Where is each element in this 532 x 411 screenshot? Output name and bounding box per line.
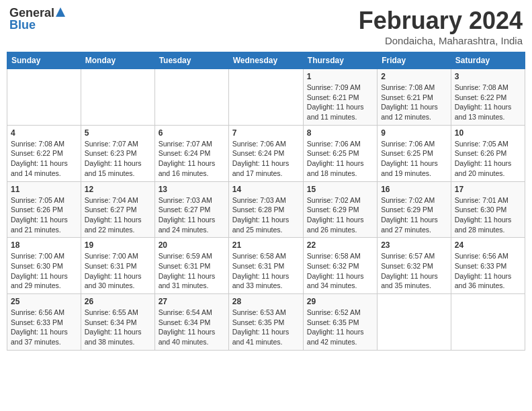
day-cell: 11Sunrise: 7:05 AM Sunset: 6:26 PM Dayli… (7, 181, 81, 238)
day-number: 23 (381, 240, 447, 250)
calendar-title: February 2024 (359, 7, 523, 35)
day-cell: 22Sunrise: 6:58 AM Sunset: 6:32 PM Dayli… (303, 238, 377, 294)
title-block: February 2024 Dondaicha, Maharashtra, In… (359, 7, 523, 46)
page-header: General Blue February 2024 Dondaicha, Ma… (7, 7, 525, 46)
day-cell: 13Sunrise: 7:03 AM Sunset: 6:27 PM Dayli… (154, 181, 228, 238)
day-number: 24 (455, 240, 521, 250)
week-row-4: 18Sunrise: 7:00 AM Sunset: 6:30 PM Dayli… (7, 238, 525, 294)
day-cell (228, 69, 303, 126)
week-row-5: 25Sunrise: 6:56 AM Sunset: 6:33 PM Dayli… (7, 294, 525, 351)
day-info: Sunrise: 6:58 AM Sunset: 6:31 PM Dayligh… (232, 252, 290, 289)
day-number: 25 (11, 297, 77, 306)
day-info: Sunrise: 7:05 AM Sunset: 6:26 PM Dayligh… (455, 140, 512, 177)
day-cell: 17Sunrise: 7:01 AM Sunset: 6:30 PM Dayli… (451, 181, 525, 238)
day-number: 28 (232, 297, 300, 306)
day-cell: 16Sunrise: 7:02 AM Sunset: 6:29 PM Dayli… (378, 181, 451, 238)
day-info: Sunrise: 7:01 AM Sunset: 6:30 PM Dayligh… (455, 196, 512, 234)
col-header-tuesday: Tuesday (154, 52, 228, 69)
day-cell: 26Sunrise: 6:55 AM Sunset: 6:34 PM Dayli… (81, 294, 154, 351)
day-cell: 7Sunrise: 7:06 AM Sunset: 6:24 PM Daylig… (228, 125, 303, 181)
day-cell: 5Sunrise: 7:07 AM Sunset: 6:23 PM Daylig… (81, 125, 154, 181)
day-cell (451, 294, 525, 351)
day-number: 7 (232, 128, 300, 138)
col-header-saturday: Saturday (451, 52, 525, 69)
day-number: 17 (455, 185, 521, 194)
day-number: 27 (159, 297, 225, 306)
day-info: Sunrise: 7:06 AM Sunset: 6:25 PM Dayligh… (381, 140, 438, 177)
col-header-friday: Friday (378, 52, 451, 69)
day-number: 2 (381, 72, 447, 81)
day-cell: 20Sunrise: 6:59 AM Sunset: 6:31 PM Dayli… (154, 238, 228, 294)
day-cell (81, 69, 154, 126)
day-number: 16 (381, 185, 447, 194)
col-header-wednesday: Wednesday (228, 52, 303, 69)
day-cell: 28Sunrise: 6:53 AM Sunset: 6:35 PM Dayli… (228, 294, 303, 351)
logo-blue-text: Blue (9, 19, 65, 31)
calendar-header-row: SundayMondayTuesdayWednesdayThursdayFrid… (7, 52, 525, 69)
day-info: Sunrise: 7:06 AM Sunset: 6:25 PM Dayligh… (307, 140, 364, 177)
day-cell: 15Sunrise: 7:02 AM Sunset: 6:29 PM Dayli… (303, 181, 377, 238)
day-number: 12 (85, 185, 151, 194)
svg-marker-0 (56, 7, 65, 17)
day-info: Sunrise: 7:03 AM Sunset: 6:28 PM Dayligh… (232, 196, 290, 234)
day-info: Sunrise: 7:06 AM Sunset: 6:24 PM Dayligh… (232, 140, 290, 177)
day-cell: 23Sunrise: 6:57 AM Sunset: 6:32 PM Dayli… (378, 238, 451, 294)
day-info: Sunrise: 6:59 AM Sunset: 6:31 PM Dayligh… (159, 252, 216, 289)
day-number: 14 (232, 185, 300, 194)
logo: General Blue (9, 7, 65, 31)
day-info: Sunrise: 7:03 AM Sunset: 6:27 PM Dayligh… (159, 196, 216, 234)
day-info: Sunrise: 6:57 AM Sunset: 6:32 PM Dayligh… (381, 252, 438, 289)
day-cell: 3Sunrise: 7:08 AM Sunset: 6:22 PM Daylig… (451, 69, 525, 126)
day-info: Sunrise: 6:58 AM Sunset: 6:32 PM Dayligh… (307, 252, 364, 289)
day-info: Sunrise: 6:53 AM Sunset: 6:35 PM Dayligh… (232, 308, 290, 346)
day-info: Sunrise: 6:55 AM Sunset: 6:34 PM Dayligh… (85, 308, 142, 346)
day-number: 15 (307, 185, 373, 194)
day-cell (154, 69, 228, 126)
day-number: 3 (455, 72, 521, 81)
week-row-3: 11Sunrise: 7:05 AM Sunset: 6:26 PM Dayli… (7, 181, 525, 238)
day-number: 11 (11, 185, 77, 194)
day-info: Sunrise: 7:00 AM Sunset: 6:31 PM Dayligh… (85, 252, 142, 289)
day-number: 19 (85, 240, 151, 250)
day-cell: 14Sunrise: 7:03 AM Sunset: 6:28 PM Dayli… (228, 181, 303, 238)
col-header-thursday: Thursday (303, 52, 377, 69)
day-number: 8 (307, 128, 373, 138)
day-info: Sunrise: 7:04 AM Sunset: 6:27 PM Dayligh… (85, 196, 142, 234)
day-cell: 6Sunrise: 7:07 AM Sunset: 6:24 PM Daylig… (154, 125, 228, 181)
day-info: Sunrise: 7:07 AM Sunset: 6:23 PM Dayligh… (85, 140, 142, 177)
day-cell: 10Sunrise: 7:05 AM Sunset: 6:26 PM Dayli… (451, 125, 525, 181)
day-info: Sunrise: 6:54 AM Sunset: 6:34 PM Dayligh… (159, 308, 216, 346)
day-number: 5 (85, 128, 151, 138)
day-cell: 21Sunrise: 6:58 AM Sunset: 6:31 PM Dayli… (228, 238, 303, 294)
day-cell (378, 294, 451, 351)
day-number: 13 (159, 185, 225, 194)
col-header-sunday: Sunday (7, 52, 81, 69)
week-row-2: 4Sunrise: 7:08 AM Sunset: 6:22 PM Daylig… (7, 125, 525, 181)
day-number: 4 (11, 128, 77, 138)
day-info: Sunrise: 6:56 AM Sunset: 6:33 PM Dayligh… (11, 308, 68, 346)
week-row-1: 1Sunrise: 7:09 AM Sunset: 6:21 PM Daylig… (7, 69, 525, 126)
day-info: Sunrise: 7:09 AM Sunset: 6:21 PM Dayligh… (307, 83, 364, 121)
logo-general-text: General (9, 7, 54, 19)
day-cell: 4Sunrise: 7:08 AM Sunset: 6:22 PM Daylig… (7, 125, 81, 181)
day-info: Sunrise: 6:56 AM Sunset: 6:33 PM Dayligh… (455, 252, 512, 289)
day-number: 29 (307, 297, 373, 306)
day-cell: 24Sunrise: 6:56 AM Sunset: 6:33 PM Dayli… (451, 238, 525, 294)
day-info: Sunrise: 7:08 AM Sunset: 6:21 PM Dayligh… (381, 83, 438, 121)
day-number: 6 (159, 128, 225, 138)
day-cell: 29Sunrise: 6:52 AM Sunset: 6:35 PM Dayli… (303, 294, 377, 351)
day-cell: 18Sunrise: 7:00 AM Sunset: 6:30 PM Dayli… (7, 238, 81, 294)
day-info: Sunrise: 7:08 AM Sunset: 6:22 PM Dayligh… (455, 83, 512, 121)
day-info: Sunrise: 7:07 AM Sunset: 6:24 PM Dayligh… (159, 140, 216, 177)
day-cell: 19Sunrise: 7:00 AM Sunset: 6:31 PM Dayli… (81, 238, 154, 294)
day-number: 10 (455, 128, 521, 138)
day-info: Sunrise: 6:52 AM Sunset: 6:35 PM Dayligh… (307, 308, 364, 346)
day-cell: 12Sunrise: 7:04 AM Sunset: 6:27 PM Dayli… (81, 181, 154, 238)
day-cell: 25Sunrise: 6:56 AM Sunset: 6:33 PM Dayli… (7, 294, 81, 351)
calendar-location: Dondaicha, Maharashtra, India (359, 35, 523, 46)
day-cell: 9Sunrise: 7:06 AM Sunset: 6:25 PM Daylig… (378, 125, 451, 181)
day-cell: 8Sunrise: 7:06 AM Sunset: 6:25 PM Daylig… (303, 125, 377, 181)
day-info: Sunrise: 7:08 AM Sunset: 6:22 PM Dayligh… (11, 140, 68, 177)
day-cell: 2Sunrise: 7:08 AM Sunset: 6:21 PM Daylig… (378, 69, 451, 126)
day-cell (7, 69, 81, 126)
